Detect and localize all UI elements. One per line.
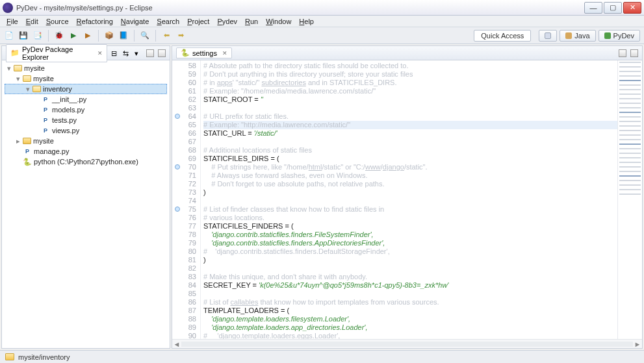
tree-node[interactable]: ▾inventory xyxy=(5,84,167,94)
nav-fwd-icon[interactable]: ➡ xyxy=(175,31,186,41)
tree-node[interactable]: 🐍python (C:\Python27\python.exe) xyxy=(5,156,167,167)
code-line[interactable] xyxy=(203,197,617,205)
horizontal-scrollbar[interactable]: ◄ ► xyxy=(172,339,642,348)
menu-pydev[interactable]: Pydev xyxy=(213,17,241,26)
overview-mark[interactable] xyxy=(619,144,641,145)
code-line[interactable]: # 'django.contrib.staticfiles.finders.De… xyxy=(203,247,617,256)
open-perspective-button[interactable] xyxy=(539,30,557,42)
code-line[interactable]: # Put strings here, like "/home/html/sta… xyxy=(203,163,617,171)
menu-search[interactable]: Search xyxy=(153,17,183,26)
run-last-icon[interactable]: ▶ xyxy=(83,31,93,41)
collapse-icon[interactable]: ▾ xyxy=(14,75,23,83)
maximize-view-icon[interactable] xyxy=(158,49,166,57)
overview-mark[interactable] xyxy=(619,121,641,122)
overview-mark[interactable] xyxy=(619,112,641,113)
overview-mark[interactable] xyxy=(619,89,641,90)
view-menu-icon[interactable]: ▾ xyxy=(135,49,142,57)
code-line[interactable]: STATICFILES_FINDERS = ( xyxy=(203,222,617,231)
code-line[interactable]: # Absolute path to the directory static … xyxy=(203,62,617,70)
collapse-icon[interactable]: ▾ xyxy=(23,85,32,94)
overview-mark[interactable] xyxy=(619,189,641,190)
expand-icon[interactable]: ▸ xyxy=(14,137,23,145)
menu-project[interactable]: Project xyxy=(183,17,213,26)
code-line[interactable]: # Make this unique, and don't share it w… xyxy=(203,273,617,281)
save-icon[interactable]: 💾 xyxy=(18,31,29,41)
perspective-pydev[interactable]: PyDev xyxy=(599,30,640,42)
minimize-view-icon[interactable] xyxy=(146,49,154,57)
scroll-track[interactable] xyxy=(181,342,633,347)
overview-mark[interactable] xyxy=(619,139,641,140)
code-line[interactable]: # Example: "/home/media/media.lawrence.c… xyxy=(203,87,617,95)
minimize-editor-icon[interactable] xyxy=(619,49,626,57)
code-line[interactable] xyxy=(203,290,617,298)
close-button[interactable]: ✕ xyxy=(623,2,641,14)
code-line[interactable]: STATICFILES_DIRS = ( xyxy=(203,155,617,163)
overview-mark[interactable] xyxy=(619,157,641,158)
code-line[interactable]: # various locations. xyxy=(203,214,617,222)
package-explorer-tab[interactable]: 📁 PyDev Package Explorer ✕ xyxy=(6,44,107,62)
code-line[interactable]: ) xyxy=(203,256,617,264)
quick-access[interactable]: Quick Access xyxy=(474,30,531,42)
tree-node[interactable]: ▸mysite xyxy=(5,136,167,146)
new-module-icon[interactable]: 📘 xyxy=(118,31,129,41)
nav-back-icon[interactable]: ⬅ xyxy=(161,31,172,41)
code-line[interactable]: STATIC_URL = '/static/' xyxy=(203,129,617,138)
code-editor[interactable]: # Absolute path to the directory static … xyxy=(201,60,617,339)
menu-navigate[interactable]: Navigate xyxy=(117,17,153,26)
code-line[interactable]: TEMPLATE_LOADERS = ( xyxy=(203,307,617,315)
code-line[interactable]: # List of callables that know how to imp… xyxy=(203,298,617,307)
overview-mark[interactable] xyxy=(619,153,641,154)
menu-edit[interactable]: Edit xyxy=(22,17,42,26)
scroll-right-icon[interactable]: ► xyxy=(633,340,642,348)
maximize-editor-icon[interactable] xyxy=(630,49,638,57)
gutter-marker-icon[interactable] xyxy=(175,164,180,169)
save-all-icon[interactable]: 📑 xyxy=(32,31,43,41)
menu-window[interactable]: Window xyxy=(262,17,295,26)
tree-node[interactable]: ▾mysite xyxy=(5,73,167,84)
maximize-button[interactable]: ▢ xyxy=(604,2,622,14)
overview-mark[interactable] xyxy=(619,134,641,136)
overview-mark[interactable] xyxy=(619,75,641,77)
editor-tab-settings[interactable]: 🐍 settings ✕ xyxy=(176,47,232,58)
new-package-icon[interactable]: 📦 xyxy=(104,31,114,41)
overview-mark[interactable] xyxy=(619,184,641,186)
code-line[interactable]: ) xyxy=(203,188,617,197)
overview-mark[interactable] xyxy=(619,175,641,177)
line-gutter[interactable]: 5859606162636465666768697071727374757677… xyxy=(172,60,201,339)
code-line[interactable]: 'django.contrib.staticfiles.finders.File… xyxy=(203,231,617,239)
code-line[interactable]: # in apps' "static/" subdirectories and … xyxy=(203,79,617,87)
overview-mark[interactable] xyxy=(619,162,641,163)
menu-file[interactable]: File xyxy=(3,17,22,26)
overview-mark[interactable] xyxy=(619,171,641,172)
minimize-button[interactable]: — xyxy=(584,2,602,14)
search-icon[interactable]: 🔍 xyxy=(140,31,150,41)
code-line[interactable]: # 'django.template.loaders.eggs.Loader', xyxy=(203,332,617,339)
code-line[interactable] xyxy=(203,264,617,273)
code-line[interactable] xyxy=(203,104,617,112)
code-line[interactable]: 'django.template.loaders.filesystem.Load… xyxy=(203,315,617,323)
gutter-marker-icon[interactable] xyxy=(175,114,180,119)
code-line[interactable]: # Don't put anything in this directory y… xyxy=(203,70,617,79)
tree-node[interactable]: Pmanage.py xyxy=(5,146,167,156)
menu-source[interactable]: Source xyxy=(42,17,73,26)
debug-icon[interactable]: 🐞 xyxy=(54,31,64,41)
menu-help[interactable]: Help xyxy=(295,17,318,26)
run-icon[interactable]: ▶ xyxy=(68,31,79,41)
overview-mark[interactable] xyxy=(619,71,641,72)
overview-mark[interactable] xyxy=(619,116,641,118)
overview-mark[interactable] xyxy=(619,94,641,95)
code-line[interactable]: # URL prefix for static files. xyxy=(203,112,617,121)
tree-node[interactable]: Ptests.py xyxy=(5,115,167,125)
tree-node[interactable]: Pviews.py xyxy=(5,125,167,136)
link-editor-icon[interactable]: ⇆ xyxy=(123,49,131,57)
tree-node[interactable]: P__init__.py xyxy=(5,94,167,105)
perspective-java[interactable]: Java xyxy=(560,30,595,42)
code-line[interactable]: SECRET_KEY = 'k(0e%25&u*74uyn^@qo5*j59ms… xyxy=(203,281,617,290)
menu-run[interactable]: Run xyxy=(241,17,262,26)
close-view-icon[interactable]: ✕ xyxy=(97,50,103,56)
overview-mark[interactable] xyxy=(619,166,641,168)
overview-mark[interactable] xyxy=(619,148,641,149)
overview-ruler[interactable] xyxy=(617,60,642,339)
code-line[interactable]: STATIC_ROOT = '' xyxy=(203,95,617,104)
code-line[interactable]: # Example: "http://media.lawrence.com/st… xyxy=(203,121,617,129)
